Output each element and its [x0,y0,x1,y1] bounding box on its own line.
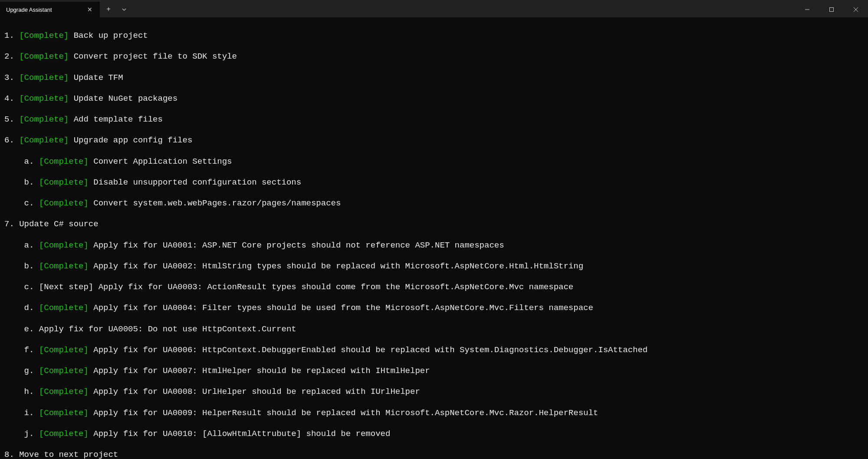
step-row: i. [Complete] Apply fix for UA0009: Help… [4,408,864,418]
new-tab-button[interactable]: + [100,2,117,17]
tab-active[interactable]: Upgrade Assistant ✕ [0,2,100,17]
tab-dropdown-button[interactable] [117,2,131,17]
step-row: j. [Complete] Apply fix for UA0010: [All… [4,429,864,439]
step-row: 7. Update C# source [4,219,864,229]
step-row: b. [Complete] Disable unsupported config… [4,177,864,188]
title-bar: Upgrade Assistant ✕ + [0,0,868,17]
close-button[interactable] [844,2,868,17]
step-row: b. [Complete] Apply fix for UA0002: Html… [4,261,864,271]
step-row: 4. [Complete] Update NuGet packages [4,93,864,104]
step-row: a. [Complete] Convert Application Settin… [4,156,864,167]
step-row: 2. [Complete] Convert project file to SD… [4,51,864,62]
window-controls [795,2,868,17]
step-row: a. [Complete] Apply fix for UA0001: ASP.… [4,240,864,251]
close-icon [853,7,858,12]
step-row: h. [Complete] Apply fix for UA0008: UrlH… [4,386,864,397]
step-row: g. [Complete] Apply fix for UA0007: Html… [4,366,864,376]
step-row: 1. [Complete] Back up project [4,30,864,41]
step-row: 6. [Complete] Upgrade app config files [4,135,864,145]
svg-rect-1 [830,8,834,12]
maximize-icon [829,7,834,12]
step-row: c. [Complete] Convert system.web.webPage… [4,198,864,208]
maximize-button[interactable] [819,2,844,17]
step-row: 5. [Complete] Add template files [4,114,864,125]
step-row: c. [Next step] Apply fix for UA0003: Act… [4,282,864,292]
step-row: d. [Complete] Apply fix for UA0004: Filt… [4,303,864,313]
step-row: f. [Complete] Apply fix for UA0006: Http… [4,345,864,355]
terminal-output[interactable]: 1. [Complete] Back up project 2. [Comple… [0,17,868,459]
step-row: e. Apply fix for UA0005: Do not use Http… [4,324,864,334]
close-icon[interactable]: ✕ [86,6,94,13]
tab-region: Upgrade Assistant ✕ + [0,2,131,17]
step-row: 8. Move to next project [4,449,864,459]
chevron-down-icon [122,7,127,12]
step-row: 3. [Complete] Update TFM [4,73,864,83]
minimize-icon [805,7,810,12]
minimize-button[interactable] [795,2,819,17]
tab-title: Upgrade Assistant [6,7,52,13]
